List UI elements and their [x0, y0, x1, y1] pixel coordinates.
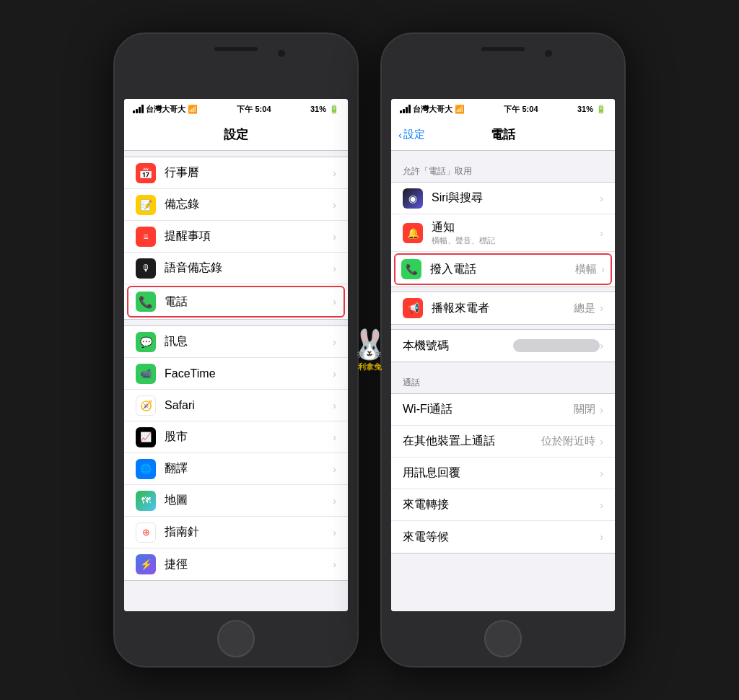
- time-1: 下午 5:04: [237, 104, 271, 115]
- list-item-wifi-call[interactable]: Wi-Fi通話 關閉 ›: [391, 394, 615, 426]
- screen-2: 台灣大哥大 📶 下午 5:04 31% 🔋 ‹ 設定 電話: [391, 99, 615, 611]
- chevron-my-number: ›: [600, 340, 603, 351]
- chevron-messages: ›: [333, 336, 336, 348]
- settings-group-1: 📅 行事曆 › 📝 備忘錄 › ≡ 提醒事項 ›: [124, 157, 348, 320]
- section-header-call: 通話: [391, 367, 615, 393]
- icon-facetime: 📹: [136, 364, 156, 384]
- back-chevron-icon: ‹: [398, 128, 402, 141]
- list-item-safari[interactable]: 🧭 Safari ›: [124, 390, 348, 421]
- nav-title-2: 電話: [491, 126, 515, 143]
- nav-bar-2: ‹ 設定 電話: [391, 119, 615, 151]
- wifi-icon-1: 📶: [188, 105, 198, 114]
- list-item-facetime[interactable]: 📹 FaceTime ›: [124, 358, 348, 390]
- list-item-my-number[interactable]: 本機號碼 ›: [391, 330, 615, 362]
- chevron-reminders: ›: [333, 231, 336, 242]
- list-item-maps[interactable]: 🗺 地圖 ›: [124, 485, 348, 517]
- label-wifi-call: Wi-Fi通話: [403, 402, 574, 417]
- nav-bar-1: 設定: [124, 119, 348, 151]
- label-messages: 訊息: [165, 334, 333, 349]
- list-item-reminders[interactable]: ≡ 提醒事項 ›: [124, 221, 348, 253]
- value-announce: 總是: [574, 302, 595, 315]
- label-reminders: 提醒事項: [165, 229, 333, 244]
- chevron-other-devices: ›: [600, 436, 603, 447]
- icon-maps: 🗺: [136, 491, 156, 511]
- label-call-forward: 來電轉接: [403, 497, 600, 512]
- list-item-calendar[interactable]: 📅 行事曆 ›: [124, 157, 348, 189]
- icon-translate: 🌐: [136, 459, 156, 479]
- sub-label-notification: 橫幅、聲音、標記: [432, 235, 600, 246]
- status-left-2: 台灣大哥大 📶: [400, 104, 465, 115]
- chevron-facetime: ›: [333, 368, 336, 380]
- icon-notes: 📝: [136, 195, 156, 215]
- icon-announce: 📢: [403, 298, 423, 318]
- home-button-2[interactable]: [484, 620, 522, 657]
- label-siri: Siri與搜尋: [432, 191, 600, 206]
- list-item-shortcuts[interactable]: ⚡ 捷徑 ›: [124, 548, 348, 580]
- phone-2: 台灣大哥大 📶 下午 5:04 31% 🔋 ‹ 設定 電話: [380, 32, 626, 668]
- list-item-notes[interactable]: 📝 備忘錄 ›: [124, 189, 348, 221]
- list-item-phone[interactable]: 📞 電話 ›: [127, 286, 345, 318]
- list-item-translate[interactable]: 🌐 翻譯 ›: [124, 453, 348, 485]
- icon-incoming-call: 📞: [401, 259, 421, 279]
- list-item-call-wait[interactable]: 來電等候 ›: [391, 521, 615, 553]
- list-item-messages[interactable]: 💬 訊息 ›: [124, 326, 348, 358]
- section-header-allow: 允許「電話」取用: [391, 155, 615, 182]
- label-incoming-call: 撥入電話: [430, 262, 575, 277]
- chevron-phone: ›: [333, 296, 336, 307]
- chevron-call-forward: ›: [600, 499, 603, 511]
- icon-compass: ⊕: [136, 522, 156, 543]
- chevron-calendar: ›: [333, 167, 336, 179]
- status-bar-1: 台灣大哥大 📶 下午 5:04 31% 🔋: [124, 99, 348, 119]
- icon-notification: 🔔: [403, 223, 423, 243]
- time-2: 下午 5:04: [504, 104, 538, 115]
- chevron-voice-memo: ›: [333, 263, 336, 274]
- speaker-1: [214, 47, 258, 51]
- group-announce: 📢 播報來電者 總是 ›: [391, 292, 615, 325]
- chevron-announce: ›: [600, 302, 603, 314]
- label-compass: 指南針: [165, 525, 333, 540]
- label-other-devices: 在其他裝置上通話: [403, 434, 541, 449]
- label-stocks: 股市: [165, 429, 333, 445]
- phone-top-1: [115, 34, 357, 99]
- list-item-voice-memo[interactable]: 🎙 語音備忘錄 ›: [124, 253, 348, 284]
- icon-messages: 💬: [136, 332, 156, 352]
- back-button-2[interactable]: ‹ 設定: [398, 128, 425, 141]
- home-button-1[interactable]: [217, 620, 255, 657]
- status-right-1: 31% 🔋: [310, 105, 339, 114]
- icon-voice-memo: 🎙: [136, 258, 156, 279]
- label-stack-notification: 通知 橫幅、聲音、標記: [432, 220, 600, 246]
- group-my-number: 本機號碼 ›: [391, 329, 615, 362]
- label-calendar: 行事曆: [165, 165, 333, 180]
- list-item-announce[interactable]: 📢 播報來電者 總是 ›: [391, 292, 615, 324]
- label-translate: 翻譯: [165, 461, 333, 476]
- group-allow: ◉ Siri與搜尋 › 🔔 通知 橫幅、聲音、標記 ›: [391, 182, 615, 287]
- value-wifi-call: 關閉: [574, 403, 595, 416]
- label-facetime: FaceTime: [165, 367, 333, 380]
- chevron-notes: ›: [333, 199, 336, 211]
- list-item-stocks[interactable]: 📈 股市 ›: [124, 421, 348, 453]
- battery-icon-1: 🔋: [329, 105, 339, 114]
- chevron-compass: ›: [333, 527, 336, 538]
- status-left-1: 台灣大哥大 📶: [133, 104, 198, 115]
- status-right-2: 31% 🔋: [577, 105, 606, 114]
- chevron-stocks: ›: [333, 432, 336, 443]
- list-item-notification[interactable]: 🔔 通知 橫幅、聲音、標記 ›: [391, 214, 615, 252]
- label-safari: Safari: [165, 399, 333, 412]
- label-voice-memo: 語音備忘錄: [165, 261, 333, 276]
- carrier-2: 台灣大哥大: [413, 104, 452, 115]
- list-item-siri[interactable]: ◉ Siri與搜尋 ›: [391, 183, 615, 214]
- scene: 台灣大哥大 📶 下午 5:04 31% 🔋 設定 📅: [0, 0, 739, 700]
- battery-pct-2: 31%: [577, 105, 593, 113]
- watermark-text: 利拿兔: [358, 362, 382, 372]
- screen-1: 台灣大哥大 📶 下午 5:04 31% 🔋 設定 📅: [124, 99, 348, 611]
- chevron-incoming-call: ›: [601, 263, 605, 275]
- list-item-reply-msg[interactable]: 用訊息回覆 ›: [391, 458, 615, 489]
- settings-list-2[interactable]: 允許「電話」取用 ◉ Siri與搜尋 › 🔔 通知 橫幅、聲音、標記: [391, 151, 615, 611]
- list-item-call-forward[interactable]: 來電轉接 ›: [391, 489, 615, 521]
- settings-list-1[interactable]: 📅 行事曆 › 📝 備忘錄 › ≡ 提醒事項 ›: [124, 151, 348, 611]
- list-item-compass[interactable]: ⊕ 指南針 ›: [124, 517, 348, 548]
- list-item-other-devices[interactable]: 在其他裝置上通話 位於附近時 ›: [391, 426, 615, 458]
- list-item-incoming-call[interactable]: 📞 撥入電話 橫幅 ›: [394, 253, 612, 285]
- signal-icon-2: [400, 105, 411, 113]
- wifi-icon-2: 📶: [455, 105, 465, 114]
